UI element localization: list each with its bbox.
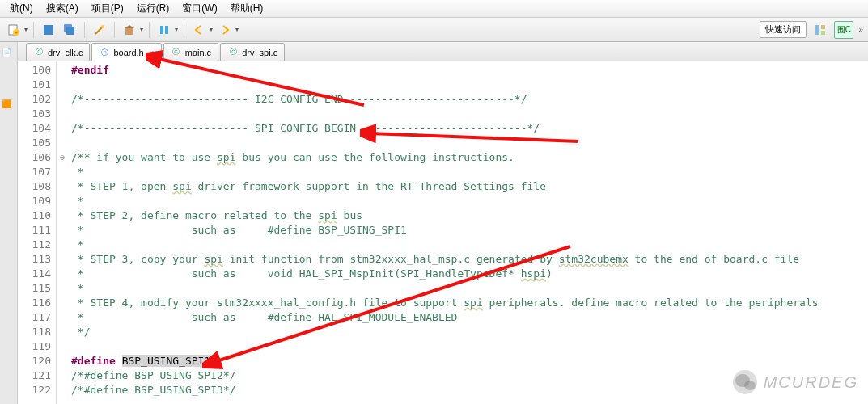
code-line[interactable]: * such as #define HAL_SPI_MODULE_ENABLED	[71, 310, 868, 325]
code-line[interactable]: *	[71, 281, 868, 296]
separator	[149, 22, 150, 38]
svg-rect-9	[165, 26, 168, 34]
code-area[interactable]: 1001011021031041051061071081091101111121…	[18, 61, 868, 404]
c-perspective-button[interactable]: 围C	[834, 21, 853, 39]
menu-bar: 航(N)搜索(A)项目(P)运行(R)窗口(W)帮助(H)	[0, 0, 868, 18]
code-line[interactable]: #define BSP_USING_SPI1	[71, 354, 868, 368]
svg-rect-5	[66, 27, 74, 35]
menu-item[interactable]: 运行(R)	[130, 0, 176, 17]
tab-label: drv_spi.c	[242, 48, 277, 57]
wechat-icon	[733, 370, 757, 394]
quick-access-button[interactable]: 快速访问	[760, 21, 807, 38]
close-icon[interactable]: ✕	[149, 49, 155, 57]
tab-label: board.h	[113, 48, 143, 57]
code-line[interactable]: * such as #define BSP_USING_SPI1	[71, 223, 868, 238]
separator	[114, 22, 115, 38]
build-button[interactable]	[121, 21, 138, 39]
code-line[interactable]: /** if you want to use spi bus you can u…	[71, 150, 868, 165]
code-line[interactable]: * STEP 4, modify your stm32xxxx_hal_conf…	[71, 296, 868, 310]
chevron-down-icon[interactable]: ▾	[210, 26, 213, 33]
svg-rect-10	[815, 25, 819, 35]
c-file-icon: ⓒ	[171, 47, 182, 58]
menu-item[interactable]: 项目(P)	[85, 0, 130, 17]
tab-label: main.c	[185, 48, 211, 57]
code-line[interactable]: *	[71, 194, 868, 208]
svg-point-6	[101, 25, 104, 28]
code-line[interactable]	[71, 107, 868, 121]
c-file-icon: ⓒ	[227, 47, 239, 58]
toolbar-right: 快速访问 围C »	[760, 21, 863, 39]
menu-item[interactable]: 帮助(H)	[224, 0, 270, 17]
toolbar-left: +▾ ▾ ▾ ▾ ▾	[5, 21, 239, 39]
watermark-text: MCURDEG	[764, 373, 858, 392]
perspective-button[interactable]	[811, 21, 829, 39]
menu-item[interactable]: 搜索(A)	[40, 0, 85, 17]
svg-text:+: +	[15, 29, 19, 36]
back-button[interactable]	[190, 21, 208, 39]
code-line[interactable]: /*-------------------------- I2C CONFIG …	[71, 92, 868, 107]
chevron-down-icon[interactable]: ▾	[24, 26, 28, 33]
code-line[interactable]	[71, 136, 868, 150]
code-line[interactable]: */	[71, 325, 868, 339]
editor: ⓒdrv_clk.cⓗboard.h✕ⓒmain.cⓒdrv_spi.c 100…	[18, 42, 868, 404]
editor-tab[interactable]: ⓗboard.h✕	[91, 43, 161, 61]
svg-rect-11	[821, 25, 825, 29]
chevron-down-icon[interactable]: ▾	[175, 26, 178, 33]
tab-label: drv_clk.c	[48, 48, 83, 57]
code-line[interactable]: #endif	[71, 63, 868, 78]
code-line[interactable]: *	[71, 238, 868, 252]
code-line[interactable]: * STEP 2, define macro related to the sp…	[71, 208, 868, 223]
line-numbers: 1001011021031041051061071081091101111121…	[18, 61, 57, 404]
separator	[184, 22, 184, 38]
new-button[interactable]: +	[5, 21, 23, 39]
editor-tab[interactable]: ⓒmain.c	[163, 43, 218, 61]
svg-rect-12	[821, 31, 825, 35]
editor-tab[interactable]: ⓒdrv_clk.c	[26, 43, 90, 61]
separator	[84, 22, 85, 38]
left-panel-tab[interactable]: 📄	[0, 42, 12, 61]
left-gutter: 📄 🟧	[0, 42, 18, 404]
chevron-down-icon[interactable]: ▾	[235, 26, 239, 33]
chevron-down-icon[interactable]: ▾	[140, 26, 143, 33]
code-line[interactable]: /*-------------------------- SPI CONFIG …	[71, 121, 868, 136]
code-line[interactable]	[71, 78, 868, 92]
overflow-icon[interactable]: »	[858, 25, 863, 34]
code-line[interactable]	[71, 339, 868, 354]
separator	[33, 22, 34, 38]
svg-rect-7	[125, 28, 133, 35]
watermark: MCURDEG	[733, 370, 858, 394]
left-panel-tab[interactable]: 🟧	[0, 94, 12, 113]
menu-item[interactable]: 航(N)	[3, 0, 40, 17]
editor-tab-bar: ⓒdrv_clk.cⓗboard.h✕ⓒmain.cⓒdrv_spi.c	[18, 42, 868, 61]
toggle-button[interactable]	[155, 21, 173, 39]
code-line[interactable]: * STEP 1, open spi driver framework supp…	[71, 179, 868, 194]
save-all-button[interactable]	[61, 21, 78, 39]
forward-button[interactable]	[216, 21, 234, 39]
menu-item[interactable]: 窗口(W)	[176, 0, 223, 17]
code-content[interactable]: #endif/*-------------------------- I2C C…	[68, 61, 868, 404]
h-file-icon: ⓗ	[99, 47, 110, 58]
svg-rect-8	[160, 26, 163, 34]
save-button[interactable]	[40, 21, 57, 39]
c-file-icon: ⓒ	[33, 47, 44, 58]
svg-rect-3	[44, 25, 53, 35]
code-line[interactable]: * such as void HAL_SPI_MspInit(SPI_Handl…	[71, 267, 868, 281]
toolbar: +▾ ▾ ▾ ▾ ▾ 快速访问 围C »	[0, 18, 868, 42]
fold-gutter: ⊖	[57, 61, 68, 404]
main-area: 📄 🟧 ⓒdrv_clk.cⓗboard.h✕ⓒmain.cⓒdrv_spi.c…	[0, 42, 868, 404]
code-line[interactable]: *	[71, 165, 868, 179]
code-line[interactable]: * STEP 3, copy your spi init function fr…	[71, 252, 868, 267]
editor-tab[interactable]: ⓒdrv_spi.c	[220, 43, 285, 61]
wand-button[interactable]	[91, 21, 108, 39]
